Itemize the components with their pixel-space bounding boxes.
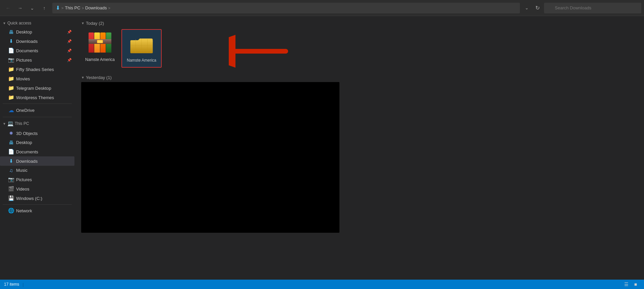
- desktop-pc-icon: 🖶: [8, 140, 14, 145]
- breadcrumb-sep-2: >: [82, 6, 84, 10]
- telegram-icon: 📁: [8, 85, 14, 91]
- onedrive-icon: ☁: [8, 107, 14, 114]
- videos-icon: 🎬: [8, 186, 14, 192]
- address-dropdown-button[interactable]: ⌄: [523, 3, 531, 13]
- large-icons-view-button[interactable]: ■: [631, 281, 640, 288]
- sidebar: ▼ Quick access 🖶 Desktop 📌 ⬇ Downloads 📌…: [0, 16, 74, 280]
- preview-area: [81, 82, 339, 233]
- pin-icon-3: 📌: [67, 49, 72, 53]
- winrar-icon: [89, 32, 111, 55]
- network-icon: 🌐: [8, 208, 14, 214]
- status-bar: 17 items | ☰ ■: [0, 280, 644, 289]
- sidebar-divider-2: [3, 117, 72, 117]
- address-bar: ← → ⌄ ↑ ⬇ > This PC > Downloads > ⌄ ↻ 🔍: [0, 0, 644, 16]
- sidebar-item-wordpress[interactable]: 📁 Wordpress Themes: [0, 93, 74, 102]
- sidebar-item-documents-pc[interactable]: 📄 Documents: [0, 147, 74, 156]
- this-pc-header[interactable]: ▼ 💻 This PC: [0, 119, 74, 129]
- pin-icon-4: 📌: [67, 58, 72, 62]
- folder-icon: [130, 34, 153, 55]
- sidebar-item-documents-quick[interactable]: 📄 Documents 📌: [0, 46, 74, 55]
- music-icon: ♫: [8, 167, 14, 173]
- sidebar-item-pictures-quick[interactable]: 📷 Pictures 📌: [0, 55, 74, 65]
- folder-icon-area: [128, 32, 155, 57]
- 3dobjects-icon: ✹: [8, 130, 14, 136]
- quick-access-chevron: ▼: [3, 21, 6, 25]
- sidebar-item-network[interactable]: 🌐 Network: [0, 206, 74, 215]
- file-item-folder[interactable]: Namste America: [121, 29, 162, 68]
- group-today-label: Today (2): [86, 21, 104, 26]
- breadcrumb[interactable]: ⬇ > This PC > Downloads >: [52, 3, 520, 13]
- breadcrumb-downloads[interactable]: Downloads: [85, 5, 107, 10]
- sidebar-item-windows-c[interactable]: 💾 Windows (C:): [0, 194, 74, 203]
- sidebar-item-desktop[interactable]: 🖶 Desktop 📌: [0, 27, 74, 37]
- back-button[interactable]: ←: [3, 3, 13, 13]
- quick-access-label: Quick access: [7, 21, 31, 25]
- this-pc-label: This PC: [15, 121, 29, 126]
- sidebar-divider-3: [3, 204, 72, 205]
- winrar-belt: [89, 39, 111, 44]
- winrar-buckle: [97, 40, 103, 43]
- quick-access-header[interactable]: ▼ Quick access: [0, 19, 74, 27]
- desktop-icon: 🖶: [8, 29, 14, 35]
- pictures-pc-icon: 📷: [8, 176, 14, 183]
- downloads-pc-icon: ⬇: [8, 158, 14, 164]
- file-area: ▼ Today (2): [74, 16, 644, 280]
- sidebar-item-downloads-pc[interactable]: ⬇ Downloads: [0, 156, 74, 166]
- breadcrumb-this-pc[interactable]: This PC: [65, 5, 80, 10]
- breadcrumb-sep-1: >: [61, 6, 63, 10]
- this-pc-chevron: ▼: [3, 122, 6, 126]
- group-yesterday-label: Yesterday (1): [86, 75, 112, 80]
- movies-icon: 📁: [8, 76, 14, 82]
- status-separator: |: [22, 282, 23, 287]
- details-view-button[interactable]: ☰: [622, 281, 631, 288]
- sidebar-item-downloads-quick[interactable]: ⬇ Downloads 📌: [0, 37, 74, 46]
- sidebar-item-movies[interactable]: 📁 Movies: [0, 74, 74, 83]
- sidebar-item-telegram[interactable]: 📁 Telegram Desktop: [0, 83, 74, 93]
- search-input[interactable]: [544, 3, 641, 13]
- group-yesterday-header[interactable]: ▼ Yesterday (1): [80, 73, 639, 82]
- view-buttons: ☰ ■: [622, 281, 640, 288]
- main-area: ▼ Quick access 🖶 Desktop 📌 ⬇ Downloads 📌…: [0, 16, 644, 280]
- file-label-folder: Namste America: [127, 58, 156, 63]
- file-item-winrar[interactable]: Namste America: [80, 29, 120, 68]
- this-pc-icon: 💻: [7, 121, 13, 127]
- sidebar-item-pictures-pc[interactable]: 📷 Pictures: [0, 175, 74, 184]
- windows-c-icon: 💾: [8, 195, 14, 201]
- status-count: 17 items: [4, 282, 19, 287]
- pictures-quick-icon: 📷: [8, 57, 14, 63]
- wordpress-icon: 📁: [8, 94, 14, 100]
- sidebar-item-3dobjects[interactable]: ✹ 3D Objects: [0, 129, 74, 138]
- breadcrumb-sep-3: >: [108, 6, 110, 10]
- fifty-shades-icon: 📁: [8, 66, 14, 72]
- documents-pc-icon: 📄: [8, 149, 14, 155]
- downloads-quick-icon: ⬇: [8, 38, 14, 44]
- pin-icon-2: 📌: [67, 39, 72, 44]
- sidebar-item-videos[interactable]: 🎬 Videos: [0, 184, 74, 194]
- winrar-icon-area: [87, 32, 113, 56]
- group-today-chevron: ▼: [81, 21, 85, 25]
- group-today-header[interactable]: ▼ Today (2): [80, 19, 639, 28]
- search-wrapper: 🔍: [544, 3, 641, 13]
- sidebar-divider-1: [3, 103, 72, 104]
- sidebar-item-desktop-pc[interactable]: 🖶 Desktop: [0, 138, 74, 147]
- documents-quick-icon: 📄: [8, 48, 14, 54]
- group-yesterday-chevron: ▼: [81, 76, 85, 79]
- sidebar-item-music[interactable]: ♫ Music: [0, 166, 74, 175]
- file-label-winrar: Namste America: [85, 57, 115, 63]
- drive-icon: ⬇: [56, 5, 60, 11]
- refresh-button[interactable]: ↻: [532, 3, 543, 13]
- sidebar-item-fifty-shades[interactable]: 📁 Fifty Shades Series: [0, 65, 74, 74]
- up-button[interactable]: ↑: [39, 3, 50, 13]
- recent-locations-button[interactable]: ⌄: [27, 3, 38, 13]
- sidebar-item-onedrive[interactable]: ☁ OneDrive: [0, 105, 74, 116]
- pin-icon: 📌: [67, 30, 72, 34]
- forward-button[interactable]: →: [15, 3, 25, 13]
- today-files-grid: Namste America: [80, 28, 639, 72]
- yesterday-section: ▼ Yesterday (1): [80, 73, 639, 233]
